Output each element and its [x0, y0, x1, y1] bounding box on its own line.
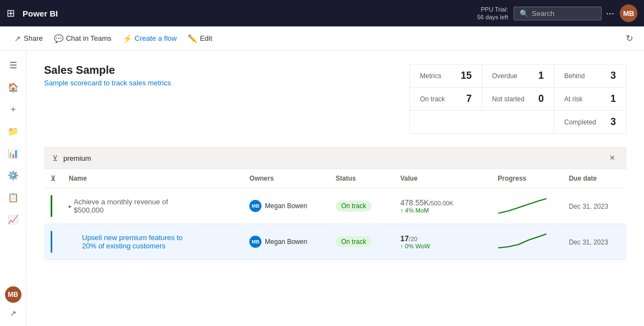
create-flow-button[interactable]: ⚡ Create a flow	[117, 30, 183, 47]
row2-owner-cell: MB Megan Bowen	[243, 224, 329, 260]
row2-name-line1[interactable]: Upsell new premium features to	[82, 233, 183, 242]
row1-sub-val: ↑ 4% MoM	[400, 207, 484, 214]
metric-cell-not-started: Not started 0	[482, 88, 554, 110]
table-body: ▸ Achieve a monthly revenue of $500,000 …	[44, 188, 626, 260]
row2-duedate-cell: Dec 31, 2023	[562, 224, 626, 260]
row1-owner: MB Megan Bowen	[249, 200, 322, 212]
row2-indicator	[51, 231, 52, 253]
share-label: Share	[24, 34, 43, 42]
page-subtitle: Sample scorecard to track sales metrics	[44, 79, 392, 87]
row1-status-badge: On track	[336, 200, 372, 211]
row2-status-badge: On track	[336, 236, 372, 247]
metric-label-overdue: Overdue	[492, 72, 517, 80]
row2-val-target: /20	[409, 236, 417, 242]
metric-cell-metrics: Metrics 15	[410, 64, 482, 87]
table-row: ▸ Achieve a monthly revenue of $500,000 …	[44, 188, 626, 224]
row2-name-text: Upsell new premium features to 20% of ex…	[82, 233, 183, 250]
metrics-grid: Metrics 15 Overdue 1 Behind 3 On track 7…	[410, 64, 626, 134]
sidebar-apps-icon[interactable]: ⚙️	[3, 165, 23, 185]
row1-value-cell: 478.55K/500.00K ↑ 4% MoM	[394, 188, 491, 224]
row2-name-line2[interactable]: 20% of existing customers	[82, 242, 183, 250]
table-row: Upsell new premium features to 20% of ex…	[44, 224, 626, 260]
row1-main-val: 478.55K/500.00K	[400, 198, 484, 207]
row2-val-num: 17	[400, 234, 409, 243]
row1-indicator-cell	[44, 188, 62, 224]
row1-val-target: /500.00K	[429, 200, 453, 207]
sidebar-metrics-icon[interactable]: 📋	[3, 187, 23, 207]
sidebar-create-icon[interactable]: ＋	[3, 99, 23, 119]
row2-status-cell: On track	[329, 224, 394, 260]
metric-label-metrics: Metrics	[420, 72, 441, 80]
main-layout: ☰ 🏠 ＋ 📁 📊 ⚙️ 📋 📈 MB ↗ Sales Sample Sampl…	[0, 51, 644, 326]
filter-close-button[interactable]: ×	[607, 152, 618, 164]
metric-cell-completed: Completed 3	[554, 111, 626, 133]
refresh-button[interactable]: ↻	[624, 31, 635, 46]
metric-label-at-risk: At risk	[564, 95, 582, 103]
row1-owner-avatar: MB	[249, 200, 261, 212]
sidebar-toggle-icon[interactable]: ☰	[3, 55, 23, 75]
sidebar-user-avatar[interactable]: MB	[5, 286, 21, 303]
create-flow-label: Create a flow	[135, 34, 177, 42]
share-icon: ↗	[14, 34, 21, 43]
data-table: ⊻ Name Owners Status Value Progress Due …	[44, 169, 626, 260]
share-button[interactable]: ↗ Share	[9, 30, 48, 47]
filter-tag: premium	[63, 154, 91, 162]
grid-icon[interactable]: ⊞	[7, 7, 15, 19]
metric-cell-overdue: Overdue 1	[482, 64, 554, 87]
row2-sub-val: ↑ 0% WoW	[400, 243, 484, 249]
row2-main-val: 17/20	[400, 234, 484, 243]
row2-name-cell: Upsell new premium features to 20% of ex…	[62, 224, 243, 260]
row2-sparkline	[498, 231, 547, 251]
row1-name-text: Achieve a monthly revenue of $500,000	[74, 198, 168, 214]
sidebar-external-icon[interactable]: ↗	[5, 305, 21, 322]
top-bar: ⊞ Power BI PPU Trial: 56 days left 🔍 ···…	[0, 0, 644, 26]
filter-icon: ⊻	[52, 154, 58, 162]
chat-label: Chat in Teams	[66, 34, 112, 42]
more-options-icon[interactable]: ···	[606, 8, 614, 19]
row1-progress-cell	[491, 188, 562, 224]
metric-label-on-track: On track	[420, 95, 445, 103]
content-area: Sales Sample Sample scorecard to track s…	[26, 51, 644, 326]
row1-name-line1: Achieve a monthly revenue of	[74, 198, 168, 206]
page-header: Sales Sample Sample scorecard to track s…	[44, 64, 626, 134]
user-avatar[interactable]: MB	[620, 4, 637, 22]
page-title: Sales Sample	[44, 64, 392, 77]
metric-cell-empty1	[410, 111, 554, 133]
sidebar-data-icon[interactable]: 📊	[3, 143, 23, 163]
th-filter: ⊻	[44, 169, 62, 188]
row1-duedate: Dec 31, 2023	[569, 203, 608, 210]
row2-owner: MB Megan Bowen	[249, 236, 322, 248]
th-owners: Owners	[243, 169, 329, 188]
metric-value-on-track: 7	[466, 93, 472, 105]
row2-name-inner: Upsell new premium features to 20% of ex…	[69, 233, 236, 250]
sidebar-home-icon[interactable]: 🏠	[3, 77, 23, 97]
metric-cell-behind: Behind 3	[554, 64, 626, 87]
edit-icon: ✏️	[188, 34, 197, 43]
sub-toolbar: ↗ Share 💬 Chat in Teams ⚡ Create a flow …	[0, 26, 644, 51]
chat-in-teams-button[interactable]: 💬 Chat in Teams	[48, 30, 117, 47]
edit-label: Edit	[200, 34, 212, 42]
row2-value-cell: 17/20 ↑ 0% WoW	[394, 224, 491, 260]
sidebar-browse-icon[interactable]: 📁	[3, 121, 23, 141]
filter-bar: ⊻ premium ×	[44, 147, 626, 169]
search-box[interactable]: 🔍	[514, 7, 602, 20]
row2-duedate: Dec 31, 2023	[569, 238, 608, 246]
row1-name-cell: ▸ Achieve a monthly revenue of $500,000	[62, 188, 243, 224]
subtitle-link[interactable]: Sample scorecard to track sales metrics	[44, 79, 171, 87]
row1-name-inner: ▸ Achieve a monthly revenue of $500,000	[69, 198, 236, 214]
table-header: ⊻ Name Owners Status Value Progress Due …	[44, 169, 626, 188]
row1-expand-toggle[interactable]: ▸	[69, 203, 72, 209]
th-progress: Progress	[491, 169, 562, 188]
metric-value-at-risk: 1	[610, 93, 616, 105]
th-status: Status	[329, 169, 394, 188]
metric-cell-on-track: On track 7	[410, 88, 482, 110]
row1-sparkline	[498, 195, 547, 215]
search-input[interactable]	[532, 9, 596, 18]
app-logo: Power BI	[23, 9, 58, 18]
row2-indicator-cell	[44, 224, 62, 260]
flow-icon: ⚡	[123, 34, 132, 43]
th-name: Name	[62, 169, 243, 188]
sidebar-monitoring-icon[interactable]: 📈	[3, 209, 23, 229]
edit-button[interactable]: ✏️ Edit	[182, 30, 217, 47]
row1-status-cell: On track	[329, 188, 394, 224]
